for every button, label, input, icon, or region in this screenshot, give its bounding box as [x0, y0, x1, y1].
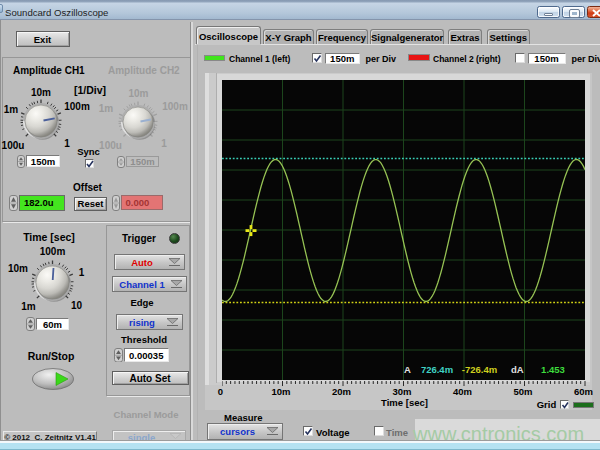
svg-text:726.4m: 726.4m	[421, 364, 453, 375]
svg-text:A: A	[404, 364, 411, 375]
svg-text:dA: dA	[511, 364, 524, 375]
svg-text:1.453: 1.453	[541, 364, 565, 375]
svg-text:-726.4m: -726.4m	[462, 364, 497, 375]
